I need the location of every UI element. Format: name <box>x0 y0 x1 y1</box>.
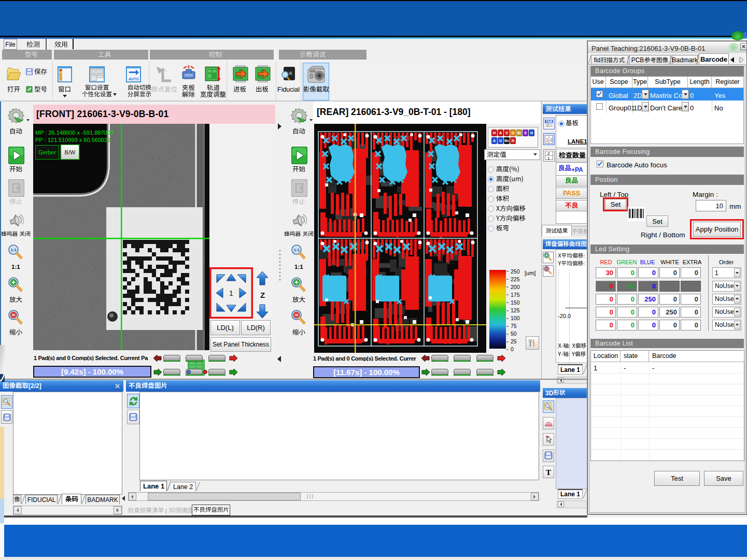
svg-text:25: 25 <box>511 338 517 344</box>
svg-text:1: 1 <box>547 156 550 161</box>
svg-text:225: 225 <box>511 276 520 282</box>
svg-text:0: 0 <box>511 346 514 352</box>
svg-text:150: 150 <box>511 299 520 306</box>
svg-text:125: 125 <box>511 307 520 313</box>
svg-text:Z: Z <box>260 291 265 299</box>
svg-text:1: 1 <box>546 137 548 142</box>
svg-text:2: 2 <box>550 137 553 142</box>
svg-text:250: 250 <box>511 268 520 275</box>
svg-text:75: 75 <box>511 323 517 329</box>
svg-text:1:1: 1:1 <box>294 248 300 252</box>
svg-text:TAB: TAB <box>546 120 553 123</box>
svg-text:1: 1 <box>229 289 233 297</box>
svg-text:50: 50 <box>511 331 517 337</box>
svg-text:200: 200 <box>511 284 520 290</box>
svg-text:1:1: 1:1 <box>11 248 17 252</box>
svg-text:100: 100 <box>511 315 520 321</box>
svg-text:T: T <box>546 468 551 477</box>
svg-text:175: 175 <box>511 292 520 298</box>
svg-text:AUTO: AUTO <box>129 77 139 81</box>
